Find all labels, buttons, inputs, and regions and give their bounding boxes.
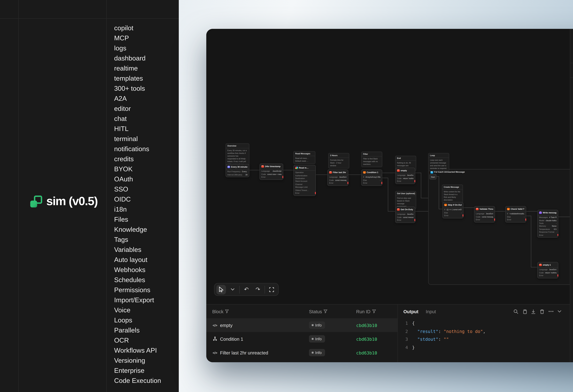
feature-item[interactable]: Enterprise — [114, 365, 161, 375]
feature-item[interactable]: 300+ tools — [114, 83, 161, 93]
search-icon[interactable] — [513, 309, 519, 314]
note-title: 2 Hours — [329, 153, 349, 158]
workflow-node[interactable]: YSkip if On-Duty UserIf(() == ( const on… — [442, 202, 464, 218]
feature-item[interactable]: OAuth — [114, 174, 161, 184]
redo-button[interactable]: ↷ — [253, 285, 263, 294]
feature-item[interactable]: logs — [114, 43, 161, 53]
fullscreen-button[interactable] — [267, 285, 276, 294]
feature-item[interactable]: HITL — [114, 124, 161, 134]
workflow-node[interactable]: *Write messageMessages# Task Return a su… — [537, 210, 558, 238]
column-run-id[interactable]: Run ID — [356, 305, 376, 318]
console-row[interactable]: </>Filter last 2hr unreactedInfocbd63b10 — [206, 346, 397, 359]
feature-item[interactable]: Code Execution — [114, 375, 161, 386]
feature-list: copilotMCPlogsdashboardrealtimetemplates… — [114, 23, 161, 386]
canvas-note[interactable]: FilterFilter to find Slack messages with… — [361, 152, 382, 167]
note-body: Read all mess… Default reads … — [294, 156, 315, 163]
workflow-node[interactable]: </>empty-1LanguageJavaScriptCodereturn '… — [537, 262, 558, 278]
feature-item[interactable]: Schedules — [114, 275, 161, 285]
feature-item[interactable]: BYOK — [114, 164, 161, 174]
workflow-node[interactable]: </>Filter last 2hr unreactedLanguageJava… — [327, 170, 348, 186]
workflow-node[interactable]: </>emptyLanguageJavaScriptCodereturn 'no… — [395, 168, 415, 184]
feature-item[interactable]: templates — [114, 73, 161, 83]
node-row: Codeconst messages = <readme… — [329, 179, 347, 182]
more-icon[interactable] — [548, 310, 554, 312]
console-row[interactable]: Condition 1Infocbd63b10 — [206, 332, 397, 346]
feature-item[interactable]: Voice — [114, 305, 161, 315]
node-title: empty-1 — [543, 264, 551, 266]
chevron-down-icon[interactable] — [557, 310, 562, 313]
feature-item[interactable]: Auto layout — [114, 255, 161, 265]
workflow-node[interactable]: </>24hr timestampLanguageJavaScriptCodec… — [259, 164, 283, 180]
output-json: 1{2 "result": "nothing to do",3 "stdout"… — [403, 319, 485, 351]
column-status[interactable]: Status — [309, 305, 327, 318]
feature-item[interactable]: SSO — [114, 184, 161, 194]
node-row: Error — [539, 233, 556, 237]
feature-item[interactable]: OCR — [114, 335, 161, 345]
feature-item[interactable]: dashboard — [114, 53, 161, 63]
undo-button[interactable]: ↶ — [242, 285, 251, 294]
workflow-node[interactable]: </>Get On-Duty UserLanguageJavaScriptCod… — [395, 206, 415, 223]
tab-output[interactable]: Output — [403, 309, 418, 314]
run-id-link[interactable]: cbd63b10 — [356, 346, 377, 359]
node-header: </>empty-1 — [538, 262, 558, 267]
feature-item[interactable]: Files — [114, 214, 161, 224]
feature-item[interactable]: Permissions — [114, 285, 161, 295]
canvas-note[interactable]: Read MessagesRead all mess… Default read… — [293, 151, 315, 164]
feature-item[interactable]: Knowledge — [114, 224, 161, 235]
run-id-link[interactable]: cbd63b10 — [356, 318, 377, 332]
workflow-node[interactable]: ◷Every 30 minutesRun FrequencyEvery X Mi… — [226, 164, 249, 177]
workflow-node[interactable]: Read m…OperationAuthenticationDestinatio… — [293, 165, 316, 196]
feature-item[interactable]: chat — [114, 114, 161, 124]
feature-item[interactable]: A2A — [114, 93, 161, 103]
note-title: Get User (optional) — [395, 191, 416, 196]
console-row[interactable]: Read messages 24hInfocbd63b10 — [206, 359, 397, 362]
feature-item[interactable]: realtime — [114, 63, 161, 73]
cond-icon: Y — [507, 208, 510, 210]
feature-item[interactable]: terminal — [114, 134, 161, 144]
node-row: If(() == ( const onDutyUser = `<get… — [444, 208, 462, 211]
console-row[interactable]: </>emptyInfocbd63b10 — [206, 318, 397, 332]
workflow-node[interactable]: YCheck Valid TSIf<validatethreadts.resul… — [505, 206, 526, 222]
feature-item[interactable]: credits — [114, 154, 161, 164]
canvas-note[interactable]: Create MessageWrite content for the Slac… — [442, 185, 463, 203]
canvas-note[interactable]: 2 HoursFormats time for Slack - 2 hour w… — [328, 153, 349, 168]
tab-input[interactable]: Input — [426, 309, 436, 314]
feature-item[interactable]: MCP — [114, 33, 161, 43]
feature-item[interactable]: i18n — [114, 204, 161, 214]
feature-item[interactable]: Webhooks — [114, 265, 161, 275]
canvas-note[interactable]: Get User (optional)Find on duty user bas… — [395, 191, 416, 209]
feature-item[interactable]: notifications — [114, 144, 161, 154]
node-header: </>Get On-Duty User — [395, 207, 415, 212]
column-block[interactable]: Block — [212, 305, 229, 318]
node-row: Destination — [295, 177, 314, 180]
block-name: Condition 1 — [220, 332, 243, 346]
node-header: </>24hr timestamp — [260, 164, 283, 169]
loop-start-node[interactable]: Start — [430, 174, 436, 180]
trash-icon[interactable] — [539, 309, 545, 314]
feature-item[interactable]: copilot — [114, 23, 161, 33]
run-id-link[interactable]: cbd63b10 — [356, 332, 377, 346]
json-line: 1{ — [403, 319, 485, 327]
json-line: 4} — [403, 343, 485, 351]
feature-item[interactable]: Variables — [114, 245, 161, 255]
run-id-link[interactable]: cbd63b10 — [356, 359, 377, 362]
copy-icon[interactable] — [522, 309, 527, 314]
node-header: Read m… — [294, 165, 315, 170]
cursor-tool-dropdown[interactable] — [228, 285, 237, 294]
canvas-note[interactable]: LoopLoop over each unreacted message and… — [428, 153, 449, 171]
workflow-node[interactable]: </>Validate Thread TSLanguageJavaScriptC… — [474, 206, 495, 222]
feature-item[interactable]: Versioning — [114, 355, 161, 365]
download-icon[interactable] — [531, 309, 536, 314]
feature-item[interactable]: editor — [114, 103, 161, 114]
workflow-canvas[interactable]: ↻ For Each Unreacted Message Start Overv… — [206, 29, 570, 304]
feature-item[interactable]: Loops — [114, 315, 161, 325]
workflow-node[interactable]: YCondition 1IfArrayIsArray(<filterlast2h… — [361, 170, 382, 186]
feature-item[interactable]: Import/Export — [114, 295, 161, 305]
feature-item[interactable]: Workflows API — [114, 345, 161, 355]
node-title: Skip if On-Duty User — [448, 204, 462, 206]
feature-item[interactable]: Parallels — [114, 325, 161, 335]
feature-item[interactable]: OIDC — [114, 194, 161, 204]
cursor-tool-button[interactable] — [216, 285, 226, 294]
feature-item[interactable]: Tags — [114, 235, 161, 245]
node-rows: LanguageJavaScriptCodeconst messages = <… — [395, 212, 415, 222]
